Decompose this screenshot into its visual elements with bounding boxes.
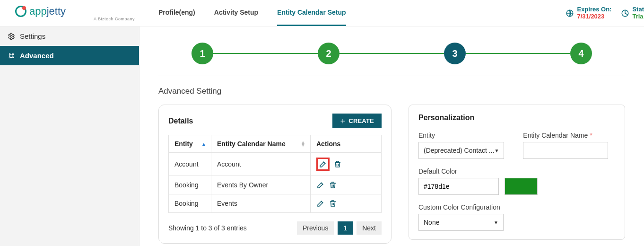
tab-profile[interactable]: Profile(eng) xyxy=(158,0,195,26)
status-label: Stat xyxy=(632,6,644,13)
section-title: Advanced Setting xyxy=(158,87,625,96)
svg-point-4 xyxy=(12,53,14,55)
sliders-icon xyxy=(8,52,15,60)
cell-actions xyxy=(311,176,382,194)
tab-activity-setup[interactable]: Activity Setup xyxy=(214,0,258,26)
edit-icon[interactable] xyxy=(319,160,327,168)
status-info: Stat Tria xyxy=(621,6,644,20)
delete-icon[interactable] xyxy=(329,181,337,189)
entity-select-value: (Deprecated) Contact ... xyxy=(424,147,494,154)
delete-icon[interactable] xyxy=(329,199,337,208)
details-card: Details CREATE Entity ▲ Entity Calendar … xyxy=(158,105,392,244)
cell-calname: Events xyxy=(211,194,311,213)
sidebar-item-label: Advanced xyxy=(20,52,54,60)
sort-icon: ▲▼ xyxy=(301,141,305,147)
edit-highlight xyxy=(316,158,330,171)
details-title: Details xyxy=(168,117,193,125)
custom-color-label: Custom Color Configuration xyxy=(418,203,615,211)
step-connector xyxy=(213,53,318,54)
logo-text: appjetty xyxy=(29,5,66,18)
cell-entity: Account xyxy=(169,153,211,176)
main-content: 1 2 3 4 Advanced Setting Details CREATE xyxy=(139,26,644,246)
default-color-input[interactable] xyxy=(418,178,499,195)
sort-asc-icon: ▲ xyxy=(201,141,206,147)
calendar-name-input[interactable] xyxy=(523,142,608,159)
step-1[interactable]: 1 xyxy=(191,43,213,64)
svg-point-3 xyxy=(9,53,10,55)
entity-select[interactable]: (Deprecated) Contact ... ▼ xyxy=(418,142,504,159)
entity-label: Entity xyxy=(418,132,504,139)
table-row: Booking Events By Owner xyxy=(169,176,382,194)
caret-down-icon: ▼ xyxy=(494,220,498,225)
svg-point-2 xyxy=(10,35,12,37)
next-button[interactable]: Next xyxy=(357,221,382,235)
prev-button[interactable]: Previous xyxy=(297,221,334,235)
sidebar-item-advanced[interactable]: Advanced xyxy=(0,46,139,65)
details-table: Entity ▲ Entity Calendar Name ▲▼ Actions xyxy=(168,135,382,213)
tab-entity-calendar-setup[interactable]: Entity Calendar Setup xyxy=(277,0,346,26)
expires-label: Expires On: xyxy=(577,6,611,13)
default-color-label: Default Color xyxy=(418,167,615,175)
cell-entity: Booking xyxy=(169,176,211,194)
step-connector xyxy=(339,53,444,54)
showing-text: Showing 1 to 3 of 3 entries xyxy=(168,224,247,232)
logo[interactable]: appjetty A Biztech Company xyxy=(0,5,139,21)
edit-icon[interactable] xyxy=(316,199,325,208)
table-row: Account Account xyxy=(169,153,382,176)
color-swatch[interactable] xyxy=(505,178,538,195)
status-value: Tria xyxy=(632,13,644,20)
app-header: appjetty A Biztech Company Profile(eng) … xyxy=(0,0,644,26)
delete-icon[interactable] xyxy=(333,160,342,168)
personalization-title: Personalization xyxy=(418,114,615,122)
gear-icon xyxy=(8,33,15,40)
pagination: Previous 1 Next xyxy=(297,221,382,235)
step-connector xyxy=(466,53,570,54)
sidebar-item-settings[interactable]: Settings xyxy=(0,26,139,46)
col-entity[interactable]: Entity ▲ xyxy=(169,135,211,153)
header-right: Expires On: 7/31/2023 Stat Tria xyxy=(566,6,644,20)
cell-entity: Booking xyxy=(169,194,211,213)
edit-icon[interactable] xyxy=(316,181,325,189)
pie-icon xyxy=(621,9,629,18)
col-calendar-name[interactable]: Entity Calendar Name ▲▼ xyxy=(211,135,311,153)
calname-label: Entity Calendar Name * xyxy=(523,132,608,139)
expires-info: Expires On: 7/31/2023 xyxy=(566,6,611,20)
logo-tagline: A Biztech Company xyxy=(15,17,139,21)
top-tabs: Profile(eng) Activity Setup Entity Calen… xyxy=(158,0,346,26)
custom-color-value: None xyxy=(424,219,439,226)
sidebar: Settings Advanced xyxy=(0,26,139,246)
create-button-label: CREATE xyxy=(348,117,374,124)
col-actions: Actions xyxy=(311,135,382,153)
page-1-button[interactable]: 1 xyxy=(338,221,353,235)
divider xyxy=(158,76,625,76)
plus-icon xyxy=(340,118,346,124)
personalization-card: Personalization Entity (Deprecated) Cont… xyxy=(409,105,625,240)
cell-actions xyxy=(311,153,382,176)
sidebar-item-label: Settings xyxy=(20,32,45,40)
svg-point-6 xyxy=(12,57,14,58)
required-indicator: * xyxy=(590,132,592,139)
table-row: Booking Events xyxy=(169,194,382,213)
expires-value: 7/31/2023 xyxy=(577,13,611,20)
stepper: 1 2 3 4 xyxy=(158,43,625,64)
globe-icon xyxy=(566,9,574,18)
create-button[interactable]: CREATE xyxy=(332,114,382,128)
step-4[interactable]: 4 xyxy=(570,43,592,64)
cell-actions xyxy=(311,194,382,213)
caret-down-icon: ▼ xyxy=(494,148,499,153)
cell-calname: Account xyxy=(211,153,311,176)
custom-color-select[interactable]: None ▼ xyxy=(418,214,504,231)
svg-point-5 xyxy=(9,57,10,58)
step-3[interactable]: 3 xyxy=(444,43,466,64)
logo-mark-icon xyxy=(15,6,26,17)
cell-calname: Events By Owner xyxy=(211,176,311,194)
step-2[interactable]: 2 xyxy=(318,43,339,64)
